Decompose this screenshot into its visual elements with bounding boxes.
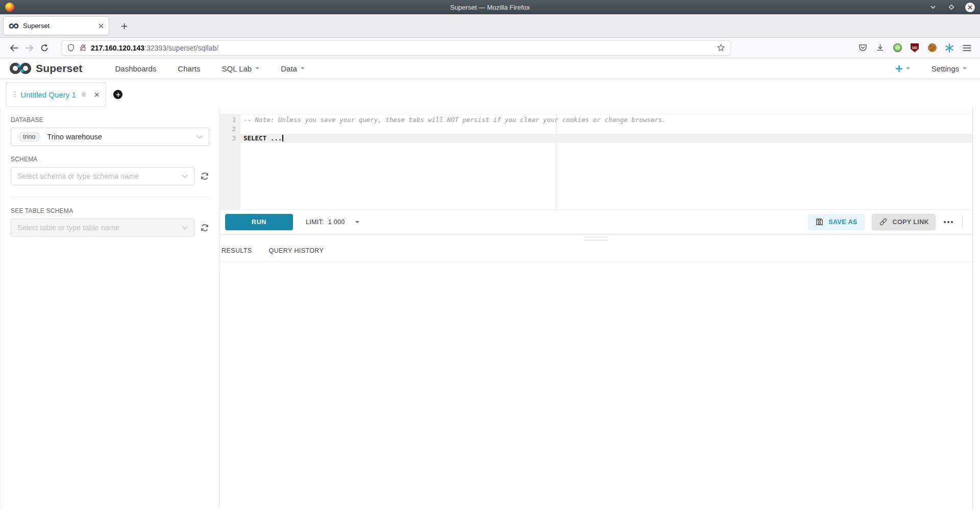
window-title: Superset — Mozilla Firefox: [0, 4, 980, 11]
menu-hamburger-icon[interactable]: [962, 43, 972, 53]
brand-name: Superset: [36, 62, 82, 75]
editor-toolbar: RUN LIMIT: 1 000 SAVE AS: [220, 213, 972, 230]
caret-down-icon: [355, 221, 359, 225]
line-number: 3: [220, 134, 240, 143]
url-text[interactable]: 217.160.120.143:32393/superset/sqllab/: [91, 44, 218, 52]
ublock-extension-icon[interactable]: UO: [910, 43, 920, 53]
line-number: 1: [220, 115, 240, 125]
toolbar-divider: [962, 215, 963, 229]
superset-infinity-icon: [9, 62, 32, 75]
browser-toolbar: 217.160.120.143:32393/superset/sqllab/ U…: [0, 38, 980, 58]
run-button[interactable]: RUN: [225, 214, 293, 230]
table-placeholder: Select table or type table name: [17, 224, 119, 232]
nav-item-sqllab[interactable]: SQL Lab: [222, 64, 260, 73]
url-host: 217.160.120.143: [91, 44, 144, 52]
editor-code-area[interactable]: -- Note: Unless you save your query, the…: [240, 114, 972, 209]
text-cursor: [282, 135, 283, 141]
new-item-menu[interactable]: [895, 65, 910, 72]
sidebar-divider: [11, 197, 209, 197]
sqllab-content: DATABASE trino Trino warehouse SCHEMA Se…: [0, 107, 973, 510]
link-icon: [878, 217, 888, 227]
results-empty-area: [220, 262, 972, 510]
schema-select[interactable]: Select schema or type schema name: [11, 167, 194, 185]
editor-line-2: [240, 125, 972, 134]
database-label: DATABASE: [11, 116, 209, 124]
editor-pane: 1 2 3 -- Note: Unless you save your quer…: [219, 107, 973, 510]
chevron-down-icon: [963, 67, 967, 71]
tab-query-history[interactable]: QUERY HISTORY: [269, 247, 324, 261]
chevron-down-icon: [906, 67, 910, 71]
query-tab-active[interactable]: Untitled Query 1: [6, 82, 106, 107]
line-number: 2: [220, 125, 240, 134]
plus-icon: [895, 65, 903, 72]
settings-menu[interactable]: Settings: [932, 64, 967, 73]
extension-toolbar: UO: [857, 43, 974, 53]
resize-handle-icon[interactable]: [584, 237, 608, 240]
database-select[interactable]: trino Trino warehouse: [11, 128, 209, 146]
drag-handle-icon[interactable]: [14, 91, 16, 98]
save-as-button[interactable]: SAVE AS: [808, 214, 864, 230]
query-status-dot: [82, 92, 86, 97]
save-icon: [815, 217, 824, 226]
chevron-down-icon: [182, 174, 188, 178]
nav-item-dashboards[interactable]: Dashboards: [115, 64, 156, 73]
close-tab-icon[interactable]: [99, 23, 104, 29]
back-button[interactable]: [6, 40, 21, 56]
cookie-extension-icon[interactable]: [927, 43, 937, 53]
database-badge: trino: [17, 132, 41, 142]
bookmark-star-icon[interactable]: [717, 43, 725, 52]
chevron-down-icon: [197, 135, 203, 139]
browser-tab[interactable]: Superset: [3, 16, 109, 35]
tracking-shield-icon[interactable]: [67, 43, 75, 52]
nav-item-data[interactable]: Data: [281, 64, 305, 73]
maximize-icon[interactable]: [946, 2, 957, 12]
tab-results[interactable]: RESULTS: [222, 247, 252, 261]
new-tab-button[interactable]: [116, 18, 132, 34]
limit-dropdown[interactable]: LIMIT: 1 000: [306, 219, 359, 226]
table-schema-label: SEE TABLE SCHEMA: [11, 207, 209, 214]
nav-item-charts[interactable]: Charts: [178, 64, 200, 73]
refresh-tables-icon[interactable]: [200, 223, 209, 232]
editor-gutter: 1 2 3: [220, 114, 240, 209]
superset-favicon: [9, 23, 19, 29]
pane-resize-bar[interactable]: [220, 234, 972, 241]
chevron-down-icon: [255, 67, 259, 71]
firefox-icon: [5, 3, 14, 12]
copy-link-button[interactable]: COPY LINK: [872, 214, 936, 230]
superset-logo[interactable]: Superset: [9, 62, 82, 75]
close-window-icon[interactable]: [965, 2, 975, 12]
url-bar[interactable]: 217.160.120.143:32393/superset/sqllab/: [61, 40, 731, 56]
asterisk-extension-icon[interactable]: [944, 43, 954, 53]
forward-button[interactable]: [21, 40, 37, 56]
close-query-tab-icon[interactable]: [94, 92, 100, 98]
insecure-lock-icon[interactable]: [79, 43, 87, 52]
schema-label: SCHEMA: [11, 156, 209, 163]
refresh-schemas-icon[interactable]: [200, 172, 209, 181]
add-query-tab-button[interactable]: [113, 90, 122, 99]
editor-line-1: -- Note: Unless you save your query, the…: [240, 115, 972, 125]
url-path: :32393/superset/sqllab/: [144, 44, 218, 52]
limit-label: LIMIT:: [306, 219, 324, 226]
limit-value: 1 000: [328, 219, 345, 226]
sqllab-sidebar: DATABASE trino Trino warehouse SCHEMA Se…: [0, 107, 219, 510]
browser-tabstrip: Superset: [0, 14, 980, 38]
schema-placeholder: Select schema or type schema name: [17, 172, 139, 180]
superset-navbar: Superset Dashboards Charts SQL Lab Data …: [0, 58, 980, 79]
window-titlebar: Superset — Mozilla Firefox: [0, 0, 980, 14]
chevron-down-icon: [301, 67, 305, 71]
pocket-icon[interactable]: [857, 43, 868, 53]
sql-editor[interactable]: 1 2 3 -- Note: Unless you save your quer…: [220, 114, 972, 210]
query-tab-label: Untitled Query 1: [20, 90, 76, 99]
editor-line-3: SELECT ...: [240, 134, 972, 143]
reload-button[interactable]: [37, 40, 52, 56]
downloads-icon[interactable]: [875, 43, 885, 53]
browser-tab-title: Superset: [23, 22, 94, 30]
database-value: Trino warehouse: [47, 133, 102, 141]
more-options-icon[interactable]: [943, 219, 954, 225]
minimize-icon[interactable]: [928, 2, 938, 12]
south-pane-tabs: RESULTS QUERY HISTORY: [220, 241, 972, 262]
privacy-extension-icon[interactable]: [892, 43, 902, 53]
table-select[interactable]: Select table or type table name: [11, 219, 194, 237]
chevron-down-icon: [182, 226, 188, 230]
query-tab-bar: Untitled Query 1: [0, 79, 980, 107]
